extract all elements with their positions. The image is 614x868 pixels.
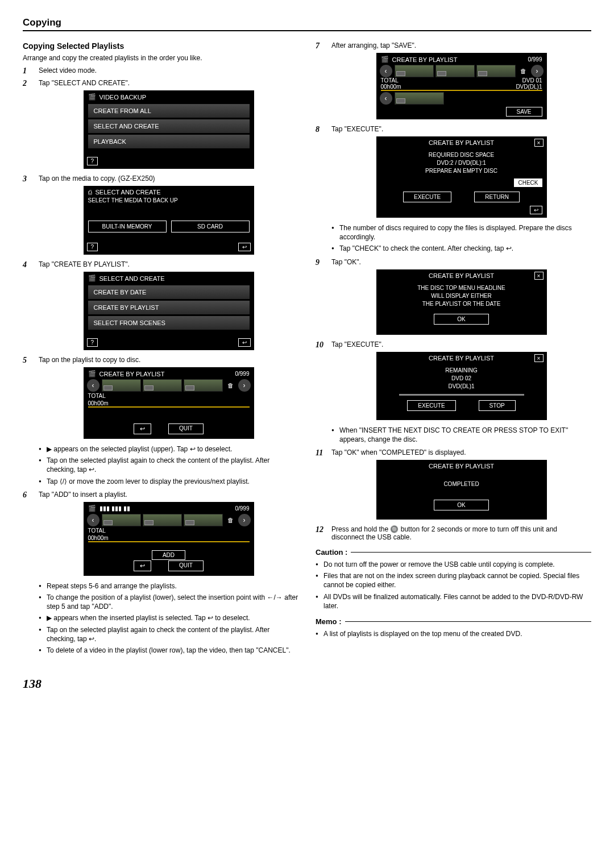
dvd-label: DVD 01 xyxy=(522,77,542,84)
section-subtitle: Copying Selected Playlists xyxy=(23,41,298,51)
close-icon[interactable]: × xyxy=(534,139,544,147)
back-button[interactable]: ↩ xyxy=(238,338,251,347)
caution-item: Files that are not on the index screen d… xyxy=(316,571,591,589)
progress-bar xyxy=(399,394,524,396)
trash-icon[interactable]: 🗑 xyxy=(226,517,236,524)
screen-ok-headline: CREATE BY PLAYLIST × THE DISC TOP MENU H… xyxy=(376,269,547,335)
total-label: TOTAL xyxy=(88,528,106,534)
screen-title: CREATE BY PLAYLIST xyxy=(381,139,542,146)
step-3-text: Tap on the media to copy. (GZ-EX250) xyxy=(39,175,298,182)
back-button[interactable]: ↩ xyxy=(238,243,251,251)
back-button[interactable]: ↩ xyxy=(134,560,151,571)
screen-title: CREATE BY PLAYLIST xyxy=(99,371,232,377)
playlist-thumb[interactable] xyxy=(143,379,182,392)
step-9-text: Tap "OK". xyxy=(331,258,591,266)
playlist-thumb[interactable] xyxy=(395,92,445,105)
time-label: 00h00m xyxy=(381,84,401,90)
playlist-thumb[interactable] xyxy=(435,65,475,77)
add-button[interactable]: ADD xyxy=(152,550,185,560)
menu-create-from-all[interactable]: CREATE FROM ALL xyxy=(88,104,250,118)
trash-icon[interactable]: 🗑 xyxy=(226,382,236,389)
prev-arrow-icon[interactable]: ‹ xyxy=(380,65,392,77)
screen-select-media: ⎙ SELECT AND CREATE SELECT THE MEDIA TO … xyxy=(84,186,254,255)
stop-button[interactable]: STOP xyxy=(479,400,516,411)
note: ▶ appears when the inserted playlist is … xyxy=(39,613,298,622)
step-7-text: After arranging, tap "SAVE". xyxy=(331,41,591,49)
playlist-thumb[interactable] xyxy=(476,65,516,77)
step-2-text: Tap "SELECT AND CREATE". xyxy=(39,79,298,87)
playlist-thumb[interactable] xyxy=(143,514,182,526)
completed-msg: COMPLETED xyxy=(376,480,547,488)
menu-playback[interactable]: PLAYBACK xyxy=(88,135,250,148)
screen-title: CREATE BY PLAYLIST xyxy=(381,463,542,470)
menu-select-and-create[interactable]: SELECT AND CREATE xyxy=(88,119,250,133)
total-label: TOTAL xyxy=(88,393,106,399)
playlist-thumb[interactable] xyxy=(102,514,141,526)
menu-create-by-playlist[interactable]: CREATE BY PLAYLIST xyxy=(88,301,250,314)
note: When "INSERT THE NEXT DISC TO CREATE OR … xyxy=(331,426,591,444)
back-button[interactable]: ↩ xyxy=(134,423,151,434)
screen-save: 🎬 CREATE BY PLAYLIST 0/999 ‹ 🗑 › TOTAL xyxy=(376,53,547,119)
prev-arrow-icon[interactable]: ‹ xyxy=(380,92,392,105)
total-label: TOTAL xyxy=(381,77,399,84)
quit-button[interactable]: QUIT xyxy=(168,560,204,571)
step-10-text: Tap "EXECUTE". xyxy=(331,340,591,348)
menu-create-by-date[interactable]: CREATE BY DATE xyxy=(88,285,250,299)
counter: 0/999 xyxy=(528,56,542,63)
prev-arrow-icon[interactable]: ‹ xyxy=(87,379,99,392)
page-number: 138 xyxy=(23,676,591,691)
close-icon[interactable]: × xyxy=(534,272,544,280)
screen-title: VIDEO BACKUP xyxy=(99,94,250,101)
close-icon[interactable]: × xyxy=(534,354,544,362)
builtin-memory-button[interactable]: BUILT-IN MEMORY xyxy=(88,221,167,232)
note: The number of discs required to copy the… xyxy=(331,223,591,242)
save-button[interactable]: SAVE xyxy=(506,107,542,117)
screen-title: CREATE BY PLAYLIST xyxy=(381,272,542,279)
step-6-text: Tap "ADD" to insert a playlist. xyxy=(39,491,298,499)
playlist-thumb[interactable] xyxy=(184,379,223,392)
caution-item: All DVDs will be finalized automatically… xyxy=(316,592,591,610)
sd-card-button[interactable]: SD CARD xyxy=(171,221,250,232)
check-button[interactable]: CHECK xyxy=(514,178,542,187)
ok-button[interactable]: OK xyxy=(434,314,488,325)
section-intro: Arrange and copy the created playlists i… xyxy=(23,54,298,62)
video-icon: 🎬 xyxy=(88,370,96,377)
msg-line: DVD(DL)1 xyxy=(379,383,545,391)
ok-button[interactable]: OK xyxy=(434,500,488,510)
memo-item: A list of playlists is displayed on the … xyxy=(316,629,591,638)
note: Repeat steps 5-6 and arrange the playlis… xyxy=(39,582,298,591)
note: ▶ appears on the selected playlist (uppe… xyxy=(39,445,298,454)
return-button[interactable]: RETURN xyxy=(474,192,520,202)
screen-title: ▮▮▮ ▮▮▮ ▮▮ xyxy=(99,505,232,512)
playlist-thumb[interactable] xyxy=(184,514,223,526)
prev-arrow-icon[interactable]: ‹ xyxy=(87,514,99,526)
step-11-text: Tap "OK" when "COMPLETED" is displayed. xyxy=(331,448,591,456)
execute-button[interactable]: EXECUTE xyxy=(407,400,455,411)
trash-icon[interactable]: 🗑 xyxy=(518,68,529,74)
back-button[interactable]: ↩ xyxy=(530,206,542,214)
step-4-text: Tap "CREATE BY PLAYLIST". xyxy=(39,260,298,268)
msg-line: REQUIRED DISC SPACE xyxy=(379,151,545,159)
menu-select-from-scenes[interactable]: SELECT FROM SCENES xyxy=(88,316,250,330)
help-button[interactable]: ? xyxy=(87,338,98,347)
caution-item: Do not turn off the power or remove the … xyxy=(316,560,591,569)
step-5-text: Tap on the playlist to copy to disc. xyxy=(39,356,298,364)
next-arrow-icon[interactable]: › xyxy=(531,65,544,77)
note: Tap on the selected playlist again to ch… xyxy=(39,456,298,474)
help-button[interactable]: ? xyxy=(87,243,98,251)
note: To delete of a video in the playlist (lo… xyxy=(39,646,298,655)
msg-line: DVD:2 / DVD(DL):1 xyxy=(379,159,545,167)
next-arrow-icon[interactable]: › xyxy=(238,514,251,526)
msg-line: PREPARE AN EMPTY DISC xyxy=(379,167,545,175)
execute-button[interactable]: EXECUTE xyxy=(403,192,451,202)
msg-line: THE PLAYLIST OR THE DATE xyxy=(379,300,545,308)
playlist-thumb[interactable] xyxy=(102,379,141,392)
time-label: 00h00m xyxy=(84,400,254,406)
note: Tap ⟨/⟩ or move the zoom lever to displa… xyxy=(39,477,298,486)
next-arrow-icon[interactable]: › xyxy=(238,379,251,392)
screen-select-and-create: 🎬 SELECT AND CREATE CREATE BY DATE CREAT… xyxy=(84,272,254,350)
playlist-thumb[interactable] xyxy=(395,65,434,77)
screen-create-by-playlist-select: 🎬 CREATE BY PLAYLIST 0/999 ‹ 🗑 › TOTAL xyxy=(84,367,254,439)
quit-button[interactable]: QUIT xyxy=(168,423,204,434)
help-button[interactable]: ? xyxy=(87,157,98,165)
